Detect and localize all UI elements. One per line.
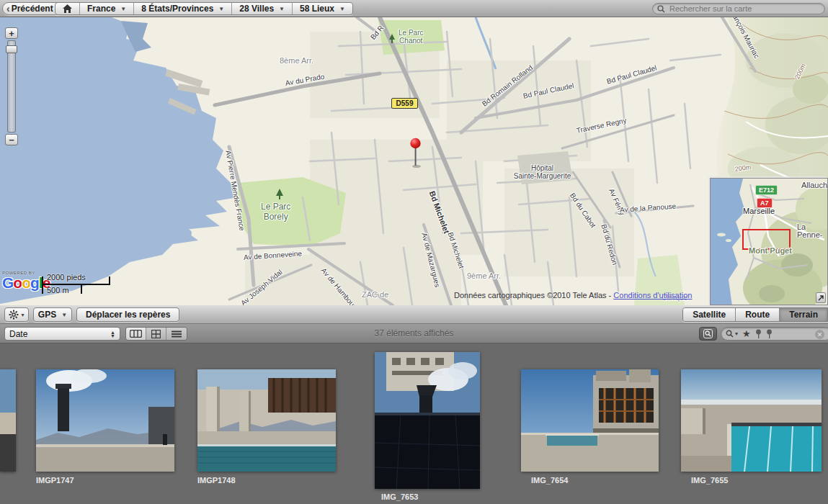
photo-browser[interactable]: IMGP1747 IMGP1748 <box>0 343 828 504</box>
move-pins-button[interactable]: Déplacer les repères <box>76 307 179 322</box>
minimap-badge-e712: E712 <box>755 185 778 195</box>
map-label-parc-chanot: Le Parc Chanot <box>399 29 423 45</box>
chevron-left-icon: ‹ <box>6 3 10 14</box>
thumbnail-partial-left[interactable] <box>0 369 16 472</box>
filter-hud-button[interactable] <box>699 327 717 341</box>
back-button[interactable]: ‹ Précédent <box>2 2 61 15</box>
map-label-hopital: Hôpital Sainte-Marguerite <box>497 164 587 180</box>
map-search-input[interactable] <box>668 4 820 14</box>
minus-icon: − <box>9 135 14 145</box>
thumbnail-img7655[interactable] <box>681 369 822 472</box>
minimap-expand-button[interactable] <box>816 292 826 303</box>
cities-label: 28 Villes <box>239 4 274 14</box>
gear-icon <box>9 310 19 320</box>
places-label: 58 Lieux <box>300 4 334 14</box>
map-label-9e-arr: 9ème Arr. <box>467 272 501 280</box>
browser-search-field[interactable]: ▾ ★ ✕ <box>721 327 828 341</box>
map-zoom-control: + − <box>5 27 18 145</box>
thumbnail-img7653-selected[interactable] <box>375 352 480 489</box>
gps-label: GPS <box>38 310 56 320</box>
browser-filter-bar: Date ▲▼ 37 éléments affichés <box>0 324 828 343</box>
thumbnail-imgp1748[interactable] <box>197 369 336 472</box>
breadcrumb-states[interactable]: 8 États/Provinces ▼ <box>134 3 232 14</box>
places-toolbar: ‹ Précédent France ▼ 8 États/Provinces ▼… <box>0 0 828 17</box>
minimap-label-la-penne: La Penne- <box>797 223 827 239</box>
pin-filter-icon[interactable] <box>755 329 762 339</box>
breadcrumb-places[interactable]: 58 Lieux ▼ <box>293 3 352 14</box>
thumbnail-label: IMGP1747 <box>36 476 74 485</box>
zoom-slider-track[interactable] <box>7 40 16 132</box>
tree-icon <box>388 34 396 43</box>
minimap-label-mont-puget: Mont Puget <box>749 247 792 255</box>
map-type-terrain[interactable]: Terrain <box>780 308 827 321</box>
states-label: 8 États/Provinces <box>141 4 213 14</box>
pin-filter-icon[interactable] <box>766 329 773 339</box>
search-icon <box>657 5 665 13</box>
zoom-in-button[interactable]: + <box>5 27 18 39</box>
search-hud-icon <box>703 329 713 338</box>
chevron-down-icon: ▼ <box>120 6 126 12</box>
breadcrumb-country[interactable]: France ▼ <box>80 3 134 14</box>
map-action-menu-button[interactable]: ▾ <box>4 307 29 322</box>
breadcrumb-cities[interactable]: 28 Villes ▼ <box>232 3 293 14</box>
search-icon <box>726 330 734 338</box>
gps-button[interactable]: GPS ▼ <box>33 307 72 322</box>
clear-search-button[interactable]: ✕ <box>815 330 824 339</box>
logo-letter: G <box>2 274 13 291</box>
map-label-parc-borely: Le Parc Borely <box>261 202 290 222</box>
chevron-down-icon: ▼ <box>61 312 67 318</box>
plus-icon: + <box>9 29 14 38</box>
route-badge-d559: D559 <box>391 98 418 109</box>
minimap-label-marseille: Marseille <box>743 207 775 215</box>
move-pins-label: Déplacer les repères <box>86 310 170 320</box>
thumbnail-imgp1747[interactable] <box>36 369 174 472</box>
map-scale-bar: 2000 pieds 500 m <box>42 274 121 297</box>
map-search-field[interactable] <box>652 3 825 14</box>
scale-imperial-label: 2000 pieds <box>47 273 86 282</box>
chevron-down-icon: ▾ <box>21 312 24 318</box>
map-label-zac-de: ZAC de <box>362 291 388 299</box>
map-type-segmented-control: Satellite Route Terrain <box>682 307 828 322</box>
thumbnail-label: IMGP1748 <box>197 476 236 485</box>
thumbnail-label: IMG_7653 <box>381 492 418 501</box>
country-label: France <box>87 4 115 14</box>
chevron-down-icon: ▼ <box>339 6 345 12</box>
logo-letter: o <box>13 274 22 291</box>
map-tools-bar: ▾ GPS ▼ Déplacer les repères Satellite R… <box>0 305 828 324</box>
map-label-8e-arr: 8ème Arr. <box>280 57 313 65</box>
home-icon <box>63 4 72 13</box>
scale-metric-label: 500 m <box>47 286 69 294</box>
chevron-down-icon: ▼ <box>218 6 224 12</box>
back-button-label: Précédent <box>12 4 53 14</box>
overview-minimap[interactable]: E712 A7 Marseille Allauch La Penne- Mont… <box>710 178 828 305</box>
thumbnail-label: IMG_7655 <box>691 476 728 485</box>
thumbnail-label: IMG_7654 <box>531 476 568 485</box>
map-type-route[interactable]: Route <box>736 308 780 321</box>
logo-letter: o <box>22 274 30 291</box>
terms-link[interactable]: Conditions d'utilisation <box>613 291 692 300</box>
search-scope-button[interactable]: ▾ <box>726 330 738 338</box>
map-view[interactable]: Le Parc Chanot 8ème Arr. Av du Prado Bd … <box>0 17 828 305</box>
location-breadcrumb: France ▼ 8 États/Provinces ▼ 28 Villes ▼… <box>55 2 353 15</box>
thumbnail-img7654[interactable] <box>521 369 659 472</box>
copyright-text: Données cartographiques ©2010 Tele Atlas… <box>454 291 613 300</box>
tree-icon <box>275 189 284 199</box>
chevron-down-icon: ▼ <box>279 6 285 12</box>
minimap-label-allauch: Allauch <box>801 181 827 189</box>
home-button[interactable] <box>55 3 80 14</box>
chevron-down-icon: ▾ <box>735 330 738 337</box>
zoom-slider-thumb[interactable] <box>6 45 17 53</box>
logo-letter: g <box>30 274 39 291</box>
map-copyright: Données cartographiques ©2010 Tele Atlas… <box>454 291 692 300</box>
zoom-out-button[interactable]: − <box>5 134 18 145</box>
expand-arrow-icon <box>818 294 824 301</box>
photo-location-pin[interactable] <box>408 138 424 172</box>
map-type-satellite[interactable]: Satellite <box>683 308 736 321</box>
rating-star-icon[interactable]: ★ <box>742 329 751 338</box>
